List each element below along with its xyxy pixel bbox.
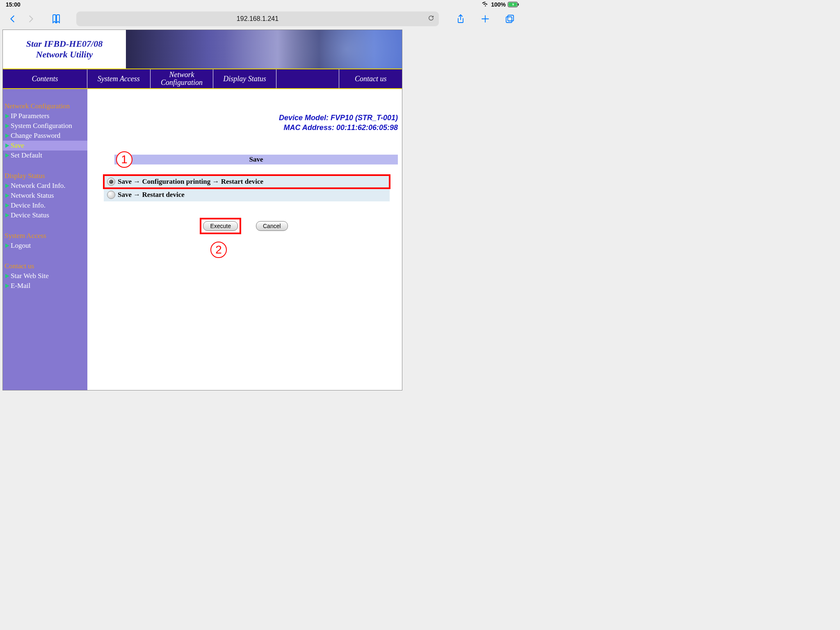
- sidebar-item-label: Network Status: [11, 192, 54, 200]
- back-button[interactable]: [6, 12, 20, 26]
- sidebar-item-label: IP Parameters: [11, 112, 49, 120]
- sidebar-item-label: Device Status: [11, 211, 49, 219]
- share-button[interactable]: [454, 12, 468, 26]
- option-label: Save → Configuration printing → Restart …: [118, 178, 263, 186]
- status-right: 100%: [482, 1, 519, 8]
- nav-contents[interactable]: Contents: [3, 69, 87, 88]
- mac-address: MAC Address: 00:11:62:06:05:98: [279, 123, 398, 132]
- status-time: 15:00: [6, 1, 21, 8]
- sidebar-item-label: Save: [11, 142, 24, 150]
- bookmarks-button[interactable]: [49, 12, 63, 26]
- execute-highlight: Execute: [201, 219, 240, 233]
- sidebar-item-label: Set Default: [11, 151, 42, 160]
- sidebar-item-save[interactable]: Save: [3, 141, 87, 151]
- radio-icon[interactable]: [107, 191, 115, 199]
- sidebar-item-di[interactable]: Device Info.: [3, 201, 87, 210]
- top-nav: Contents System Access Network Configura…: [3, 69, 402, 89]
- svg-rect-6: [506, 17, 512, 23]
- save-options: Save → Configuration printing → Restart …: [104, 175, 390, 201]
- sidebar-section-netconf: Network Configuration: [3, 101, 87, 111]
- sidebar-item-label: E-Mail: [11, 282, 30, 290]
- tabs-button[interactable]: [503, 12, 517, 26]
- address-url: 192.168.1.241: [237, 15, 278, 23]
- callout-2: 2: [210, 242, 227, 258]
- sidebar-item-chpass[interactable]: Change Password: [3, 131, 87, 141]
- option-save-restart[interactable]: Save → Restart device: [104, 188, 390, 201]
- content-area: Device Model: FVP10 (STR_T-001) MAC Addr…: [87, 89, 402, 390]
- callout-1: 1: [116, 151, 132, 168]
- bullet-icon: [5, 153, 9, 158]
- radio-icon[interactable]: [107, 178, 115, 186]
- sidebar-section-status: Display Status: [3, 171, 87, 181]
- section-header: Save: [114, 155, 398, 164]
- sidebar-item-label: Change Password: [11, 132, 60, 140]
- svg-rect-5: [508, 15, 514, 21]
- battery-icon: [508, 2, 519, 7]
- bullet-icon: [5, 144, 9, 148]
- battery-percent: 100%: [491, 1, 506, 8]
- bullet-icon: [5, 124, 9, 128]
- sidebar-item-email[interactable]: E-Mail: [3, 281, 87, 291]
- bullet-icon: [5, 203, 9, 208]
- bullet-icon: [5, 194, 9, 198]
- banner: Star IFBD-HE07/08 Network Utility: [3, 30, 402, 69]
- bullet-icon: [5, 274, 9, 278]
- wifi-icon: [482, 1, 489, 8]
- nav-network-config[interactable]: Network Configuration: [151, 69, 214, 88]
- new-tab-button[interactable]: [478, 12, 492, 26]
- forward-button[interactable]: [24, 12, 38, 26]
- bullet-icon: [5, 114, 9, 118]
- sidebar-item-ip[interactable]: IP Parameters: [3, 111, 87, 121]
- option-label: Save → Restart device: [118, 191, 185, 199]
- bullet-icon: [5, 284, 9, 288]
- sidebar-item-nci[interactable]: Network Card Info.: [3, 181, 87, 191]
- nav-contact[interactable]: Contact us: [339, 69, 402, 88]
- nav-system-access[interactable]: System Access: [87, 69, 151, 88]
- bullet-icon: [5, 184, 9, 188]
- svg-rect-2: [518, 3, 519, 6]
- bullet-icon: [5, 134, 9, 138]
- page-frame: Star IFBD-HE07/08 Network Utility Conten…: [2, 30, 402, 390]
- execute-button[interactable]: Execute: [203, 221, 238, 231]
- banner-title-line1: Star IFBD-HE07/08: [26, 39, 103, 49]
- sidebar-item-ns[interactable]: Network Status: [3, 191, 87, 201]
- button-row: Execute Cancel: [87, 219, 402, 233]
- cancel-button[interactable]: Cancel: [256, 221, 288, 231]
- sidebar-item-label: Logout: [11, 242, 31, 250]
- status-bar: 15:00 100%: [0, 0, 525, 8]
- browser-toolbar: 192.168.1.241: [0, 8, 525, 30]
- sidebar-item-label: System Configuration: [11, 122, 72, 130]
- sidebar-item-setdefault[interactable]: Set Default: [3, 151, 87, 160]
- sidebar-item-sysconf[interactable]: System Configuration: [3, 121, 87, 131]
- sidebar-item-ds[interactable]: Device Status: [3, 210, 87, 220]
- bullet-icon: [5, 244, 9, 248]
- reload-button[interactable]: [427, 14, 435, 23]
- sidebar-section-contact: Contact us: [3, 261, 87, 271]
- banner-title: Star IFBD-HE07/08 Network Utility: [3, 30, 126, 68]
- sidebar-item-logout[interactable]: Logout: [3, 241, 87, 251]
- sidebar-item-label: Device Info.: [11, 201, 46, 210]
- option-save-print-restart[interactable]: Save → Configuration printing → Restart …: [104, 175, 390, 188]
- sidebar-item-web[interactable]: Star Web Site: [3, 271, 87, 281]
- device-info: Device Model: FVP10 (STR_T-001) MAC Addr…: [279, 113, 398, 133]
- nav-blank: [276, 69, 340, 88]
- device-model: Device Model: FVP10 (STR_T-001): [279, 113, 398, 123]
- banner-image: [126, 30, 402, 68]
- bullet-icon: [5, 213, 9, 217]
- sidebar-item-label: Network Card Info.: [11, 182, 66, 190]
- sidebar-item-label: Star Web Site: [11, 272, 49, 280]
- sidebar-section-sysacc: System Access: [3, 231, 87, 241]
- sidebar: Network Configuration IP Parameters Syst…: [3, 89, 87, 390]
- banner-title-line2: Network Utility: [36, 49, 93, 60]
- address-bar[interactable]: 192.168.1.241: [76, 11, 439, 26]
- nav-display-status[interactable]: Display Status: [213, 69, 276, 88]
